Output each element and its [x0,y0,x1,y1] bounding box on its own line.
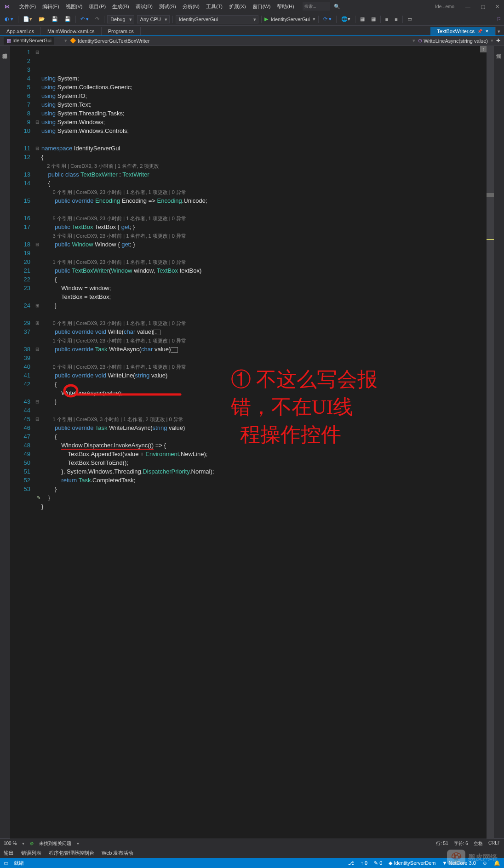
maximize-button[interactable]: ▢ [479,3,487,11]
tool-icon-1[interactable]: ▦ [358,15,367,23]
vertical-scrollbar[interactable] [487,46,494,839]
tool-icon-2[interactable]: ▦ [369,15,378,23]
code-line[interactable] [41,205,487,214]
code-line[interactable]: public override void Write(char value)..… [41,327,487,336]
code-line[interactable] [41,249,487,257]
close-button[interactable]: ✕ [493,3,501,11]
bottom-tab[interactable]: 错误列表 [17,848,45,858]
tab-program[interactable]: Program.cs [102,27,141,35]
tab-overflow-icon[interactable]: ▾ [496,29,502,34]
code-line[interactable]: TextBox.ScrollToEnd(); [41,458,487,467]
panel-tab[interactable]: 属性 [494,46,504,839]
fold-toggle[interactable]: ⊟ [34,397,40,406]
new-item-button[interactable]: 📄▾ [21,15,34,23]
fold-toggle[interactable]: ⊟ [34,415,40,423]
source-control-icon[interactable]: ⎇ [348,860,354,866]
bottom-tab[interactable]: Web 发布活动 [98,848,137,858]
code-line[interactable]: 0 个引用 | CoreDX9, 23 小时前 | 1 名作者, 1 项更改 |… [41,188,487,196]
code-line[interactable]: public class TextBoxWriter : TextWriter [41,170,487,179]
code-area[interactable]: ↕ using System;using System.Collections.… [40,46,487,839]
fold-toggle[interactable]: ⊞ [34,301,40,310]
scroll-top-icon[interactable]: ↕ [480,46,487,52]
indent-left-icon[interactable]: ≡ [384,16,390,23]
menu-item[interactable]: 项目(P) [86,2,109,11]
code-line[interactable]: { [41,432,487,441]
menu-item[interactable]: 工具(T) [203,2,225,11]
platform-dropdown[interactable]: Any CPU [137,15,170,23]
code-line[interactable]: } [41,301,487,310]
play-icon[interactable]: ▶ [264,16,268,22]
code-line[interactable]: public override Task WriteAsync(char val… [41,345,487,354]
code-line[interactable]: { [41,179,487,188]
code-line[interactable]: { [41,380,487,388]
back-button[interactable]: ◐ ▾ [3,15,15,23]
minimize-button[interactable]: — [464,3,472,11]
code-line[interactable]: public TextBoxWriter(Window window, Text… [41,266,487,275]
menu-item[interactable]: 编辑(E) [40,2,62,11]
startup-dropdown[interactable]: IdentityServerGui [176,15,258,23]
bc-class[interactable]: 🔶 IdentityServerGui.TextBoxWriter [70,38,149,44]
save-button[interactable]: 💾 [50,15,60,23]
code-line[interactable]: using System.Threading.Tasks; [41,109,487,118]
bc-member[interactable]: ⊙ WriteLineAsync(string value) [418,38,488,44]
code-line[interactable]: 2 个引用 | CoreDX9, 3 小时前 | 1 名作者, 2 项更改 [41,161,487,170]
code-line[interactable]: using System.Text; [41,100,487,109]
pin-icon[interactable]: 📌 [477,29,482,34]
comment-icon[interactable]: ▭ [406,15,414,23]
menu-item[interactable]: 调试(D) [133,2,155,11]
notifications-icon[interactable]: ▭ [4,860,8,866]
code-line[interactable]: namespace IdentityServerGui [41,144,487,153]
fold-toggle[interactable]: ⊞ [34,319,40,327]
menu-item[interactable]: 窗口(W) [250,2,274,11]
fold-toggle[interactable]: ⊟ [34,144,40,153]
fold-toggle[interactable]: ⊟ [34,345,40,354]
menu-item[interactable]: 帮助(H) [274,2,297,11]
code-line[interactable]: 5 个引用 | CoreDX9, 23 小时前 | 1 名作者, 1 项更改 |… [41,214,487,223]
menu-item[interactable]: 分析(N) [180,2,202,11]
eol-mode[interactable]: CRLF [488,840,500,847]
code-line[interactable]: } [41,485,487,493]
code-line[interactable]: 0 个引用 | CoreDX9, 23 小时前 | 1 名作者, 1 项更改 |… [41,319,487,327]
bottom-tab[interactable]: 输出 [0,848,17,858]
bottom-tab[interactable]: 程序包管理器控制台 [45,848,98,858]
run-target[interactable]: IdentityServerGui [271,17,310,22]
tab-textboxwriter-active[interactable]: TextBoxWriter.cs 📌 ✕ [430,27,496,35]
indent-mode[interactable]: 空格 [474,840,483,847]
live-share-icon[interactable]: ⚐ [497,16,501,22]
indent-right-icon[interactable]: ≡ [393,16,399,23]
code-line[interactable]: Window = window; [41,284,487,292]
code-line[interactable]: using System.Windows.Controls; [41,126,487,135]
project-status[interactable]: ◆ IdentityServerDem [389,860,435,866]
code-editor[interactable]: 1234567891011121314151617181920212223242… [10,46,494,839]
code-line[interactable]: public override Encoding Encoding => Enc… [41,196,487,205]
code-line[interactable]: TextBox = textBox; [41,292,487,301]
fold-toggle[interactable]: ⊟ [34,240,40,249]
bc-project[interactable]: ▩ IdentityServerGui [4,37,54,45]
config-dropdown[interactable]: Debug [107,15,134,23]
code-line[interactable]: return Task.CompletedTask; [41,476,487,485]
code-line[interactable]: 3 个引用 | CoreDX9, 23 小时前 | 1 名作者, 1 项更改 |… [41,231,487,240]
edits-status[interactable]: ✎ 0 [374,860,382,866]
refresh-icon[interactable]: ⟳ ▾ [321,15,333,23]
code-line[interactable] [41,310,487,319]
menu-item[interactable]: 视图(V) [63,2,86,11]
code-line[interactable]: public override Task WriteLineAsync(stri… [41,423,487,432]
code-line[interactable]: Window.Dispatcher.InvokeAsync(() => { [41,441,487,450]
search-icon[interactable]: 🔍 [334,4,340,10]
code-line[interactable]: 1 个引用 | CoreDX9, 23 小时前 | 1 名作者, 1 项更改 |… [41,257,487,266]
code-line[interactable]: }, System.Windows.Threading.DispatcherPr… [41,467,487,476]
code-line[interactable]: using System.Windows; [41,118,487,126]
zoom-level[interactable]: 100 % [4,841,17,846]
code-line[interactable]: { [41,275,487,284]
panel-tab[interactable]: 服务器资源管理器 [0,46,10,839]
open-button[interactable]: 📂 [37,15,47,23]
code-line[interactable]: 0 个引用 | CoreDX9, 23 小时前 | 1 名作者, 1 项更改 |… [41,362,487,371]
fold-toggle[interactable]: ⊟ [34,48,40,57]
menu-item[interactable]: 生成(B) [109,2,132,11]
code-line[interactable]: 1 个引用 | CoreDX9, 23 小时前 | 1 名作者, 1 项更改 |… [41,336,487,345]
search-box[interactable]: 搜索... [303,2,330,11]
code-line[interactable] [41,406,487,415]
code-line[interactable] [41,354,487,362]
code-line[interactable]: } [41,397,487,406]
split-editor-icon[interactable]: ✚ [496,38,500,44]
